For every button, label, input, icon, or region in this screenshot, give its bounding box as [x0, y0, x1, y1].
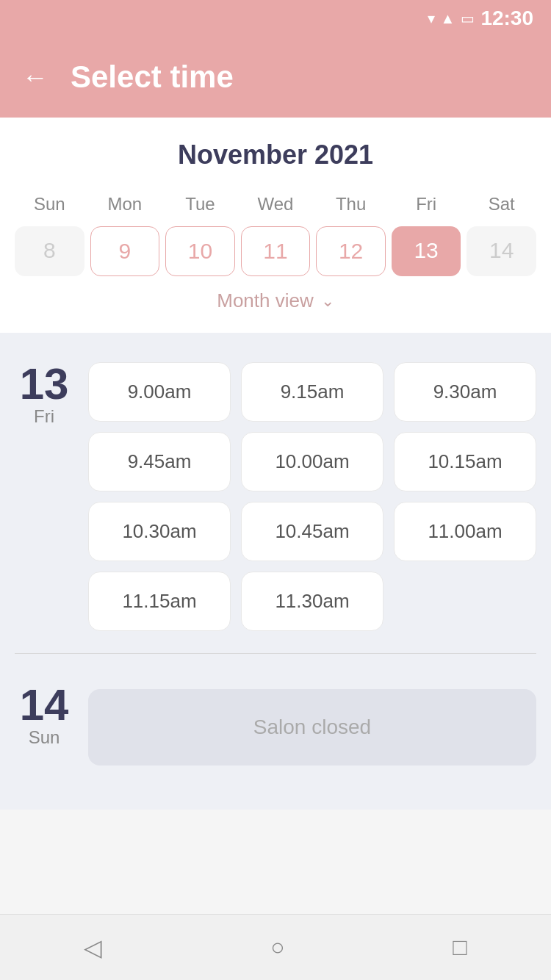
time-slot-1015am[interactable]: 10.15am — [394, 432, 536, 491]
time-slot-945am[interactable]: 9.45am — [88, 432, 231, 491]
day-13-name: Fri — [15, 406, 73, 427]
battery-icon: ▭ — [461, 10, 475, 27]
day-14: 14 — [467, 226, 536, 276]
day-14-name: Sun — [15, 727, 73, 748]
day-header-tue: Tue — [165, 188, 235, 220]
day-13-number: 13 — [15, 362, 73, 406]
day-13[interactable]: 13 — [392, 226, 461, 276]
day-13-row: 13 Fri 9.00am 9.15am 9.30am 9.45am 10.00… — [15, 355, 536, 653]
day-header-sat: Sat — [467, 188, 536, 220]
calendar-grid: Sun Mon Tue Wed Thu Fri Sat 8 9 10 11 12… — [15, 188, 536, 276]
time-slot-1100am[interactable]: 11.00am — [394, 502, 536, 561]
bottom-nav: ◁ ○ □ — [0, 914, 551, 980]
day-13-label: 13 Fri — [15, 362, 73, 427]
time-section: 13 Fri 9.00am 9.15am 9.30am 9.45am 10.00… — [0, 333, 551, 810]
recent-nav-icon[interactable]: □ — [453, 934, 467, 961]
day-14-number: 14 — [15, 683, 73, 727]
time-slot-1030am[interactable]: 10.30am — [88, 502, 231, 561]
day-header-sun: Sun — [15, 188, 84, 220]
home-nav-icon[interactable]: ○ — [270, 934, 284, 961]
day-header-thu: Thu — [316, 188, 386, 220]
status-time: 12:30 — [480, 7, 533, 30]
status-bar: ▾ ▲ ▭ 12:30 — [0, 0, 551, 37]
month-view-toggle[interactable]: Month view ⌄ — [15, 276, 536, 318]
day-header-fri: Fri — [392, 188, 461, 220]
day-10[interactable]: 10 — [165, 226, 235, 276]
time-slot-1045am[interactable]: 10.45am — [241, 502, 383, 561]
salon-closed-label: Salon closed — [88, 689, 536, 765]
time-slot-1000am[interactable]: 10.00am — [241, 432, 383, 491]
wifi-icon: ▾ — [428, 10, 435, 27]
month-year-label: November 2021 — [15, 140, 536, 170]
time-slot-930am[interactable]: 9.30am — [394, 362, 536, 422]
back-button[interactable]: ← — [22, 64, 48, 90]
time-slot-900am[interactable]: 9.00am — [88, 362, 231, 422]
time-slot-915am[interactable]: 9.15am — [241, 362, 383, 422]
calendar-section: November 2021 Sun Mon Tue Wed Thu Fri Sa… — [0, 118, 551, 333]
day-8: 8 — [15, 226, 84, 276]
month-view-label: Month view — [217, 289, 314, 312]
day-header-mon: Mon — [90, 188, 160, 220]
chevron-down-icon: ⌄ — [321, 292, 334, 311]
section-divider — [15, 653, 536, 654]
day-14-label: 14 Sun — [15, 683, 73, 748]
day-header-wed: Wed — [241, 188, 311, 220]
time-slot-1130am[interactable]: 11.30am — [241, 572, 383, 631]
day-9[interactable]: 9 — [90, 226, 160, 276]
time-slot-1115am[interactable]: 11.15am — [88, 572, 231, 631]
page-title: Select time — [71, 60, 234, 95]
time-grid-13: 9.00am 9.15am 9.30am 9.45am 10.00am 10.1… — [88, 362, 536, 631]
header: ← Select time — [0, 37, 551, 118]
back-nav-icon[interactable]: ◁ — [84, 934, 102, 962]
signal-icon: ▲ — [441, 10, 455, 27]
status-icons: ▾ ▲ ▭ 12:30 — [428, 7, 533, 30]
day-14-row: 14 Sun Salon closed — [15, 676, 536, 788]
day-12[interactable]: 12 — [316, 226, 386, 276]
day-11[interactable]: 11 — [241, 226, 311, 276]
